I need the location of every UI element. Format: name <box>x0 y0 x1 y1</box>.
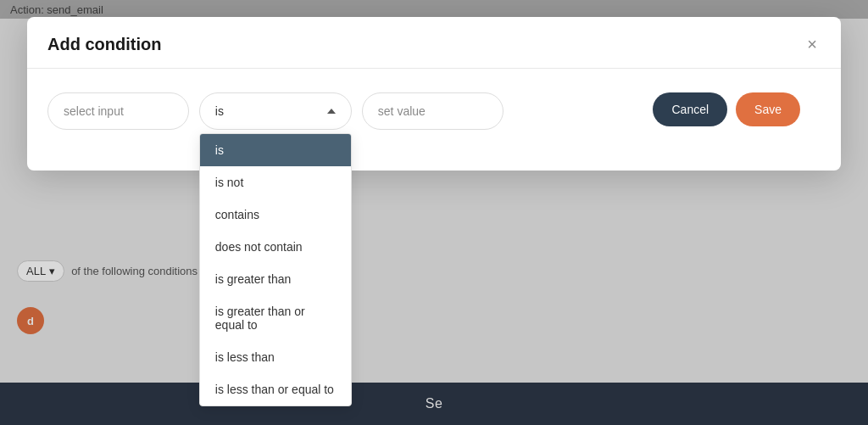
close-button[interactable]: × <box>804 34 821 54</box>
condition-row: select input is is is not contains does … <box>47 92 821 130</box>
dropdown-item-is-greater-than[interactable]: is greater than <box>200 263 351 295</box>
dropdown-item-is-greater-than-or-equal[interactable]: is greater than or equal to <box>200 295 351 341</box>
dropdown-item-is[interactable]: is <box>200 134 351 166</box>
operator-dropdown-menu: is is not contains does not contain is g… <box>199 133 352 406</box>
set-value-placeholder: set value <box>378 104 426 118</box>
dropdown-item-is-not[interactable]: is not <box>200 166 351 199</box>
chevron-up-icon <box>327 109 336 114</box>
save-button[interactable]: Save <box>736 92 800 126</box>
operator-dropdown: is is is not contains does not contain i… <box>199 92 352 130</box>
cancel-button[interactable]: Cancel <box>653 92 727 126</box>
set-value-field[interactable]: set value <box>362 92 504 130</box>
dropdown-item-is-less-than[interactable]: is less than <box>200 341 351 373</box>
dropdown-item-is-less-than-or-equal[interactable]: is less than or equal to <box>200 373 351 405</box>
dropdown-item-contains[interactable]: contains <box>200 199 351 231</box>
dropdown-item-does-not-contain[interactable]: does not contain <box>200 231 351 263</box>
modal-header: Add condition × <box>27 17 841 69</box>
modal-footer: Cancel Save <box>632 92 821 126</box>
modal-overlay: Add condition × select input is is is <box>0 0 868 425</box>
operator-button[interactable]: is <box>199 92 352 130</box>
operator-value: is <box>215 104 224 118</box>
add-condition-modal: Add condition × select input is is is <box>27 17 841 171</box>
select-input-placeholder: select input <box>64 104 124 118</box>
modal-title: Add condition <box>47 35 161 54</box>
modal-body: select input is is is not contains does … <box>27 69 841 147</box>
select-input-field[interactable]: select input <box>47 92 189 130</box>
